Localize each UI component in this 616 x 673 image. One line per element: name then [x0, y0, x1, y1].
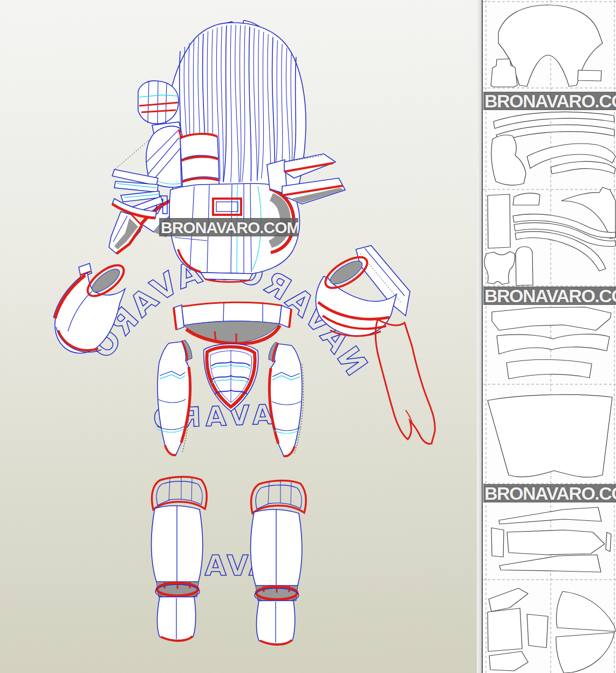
right-forearm-bracer: [316, 246, 410, 336]
pattern-piece: [489, 588, 528, 611]
left-elbow-guard: [109, 212, 142, 254]
pattern-piece: [507, 530, 605, 555]
right-thigh-guard: [269, 342, 304, 456]
pattern-piece: [527, 614, 548, 648]
pattern-piece: [491, 528, 504, 557]
app-window: OЯAVAИOЯAVAИ OЯAVAИ OЯAVAИ: [0, 0, 616, 673]
pattern-piece: [499, 507, 601, 524]
panel-splitter[interactable]: [477, 0, 482, 673]
pattern-piece: [488, 608, 522, 651]
left-thigh-guard: [157, 340, 192, 455]
pattern-piece: [513, 193, 540, 205]
arm-blade: [375, 319, 435, 444]
pattern-piece: [578, 70, 601, 81]
pattern-piece: [497, 334, 610, 354]
pattern-piece: [491, 135, 526, 185]
pattern-piece: [551, 161, 615, 174]
pattern-page-4: [488, 395, 612, 572]
pattern-piece: [489, 651, 528, 671]
belt: [174, 302, 291, 344]
pattern-piece: [507, 359, 592, 379]
pattern-piece: [606, 532, 611, 552]
pattern-page-3: [484, 187, 615, 379]
viewport-3d[interactable]: OЯAVAИOЯAVAИ OЯAVAИ OЯAVAИ: [0, 0, 480, 673]
watermark-banner-3: BRONAVARO.COM: [483, 484, 616, 502]
pattern-piece: [556, 633, 614, 673]
panel-2d-patterns[interactable]: BRONAVARO.COM BRONAVARO.COM BRONAVARO.CO…: [482, 0, 616, 673]
pattern-piece: [556, 592, 615, 631]
watermark-banner-3d: BRONAVARO.COM: [159, 218, 298, 236]
pattern-piece: [516, 247, 533, 285]
watermark-banner-1: BRONAVARO.COM: [483, 92, 616, 110]
left-leg-armor: [152, 477, 207, 641]
pattern-piece: [484, 251, 515, 284]
pattern-piece: [488, 395, 612, 477]
pattern-piece: [488, 194, 510, 248]
model-3d-canvas[interactable]: OЯAVAИOЯAVAИ OЯAVAИ OЯAVAИ: [0, 0, 480, 673]
pattern-page-1: [491, 5, 603, 87]
right-leg-armor: [251, 480, 306, 644]
watermark-banner-2: BRONAVARO.COM: [483, 287, 616, 305]
pattern-piece: [492, 307, 611, 330]
pattern-piece: [499, 555, 601, 572]
pattern-page-5: [488, 588, 615, 673]
pattern-page-2: [491, 112, 615, 185]
